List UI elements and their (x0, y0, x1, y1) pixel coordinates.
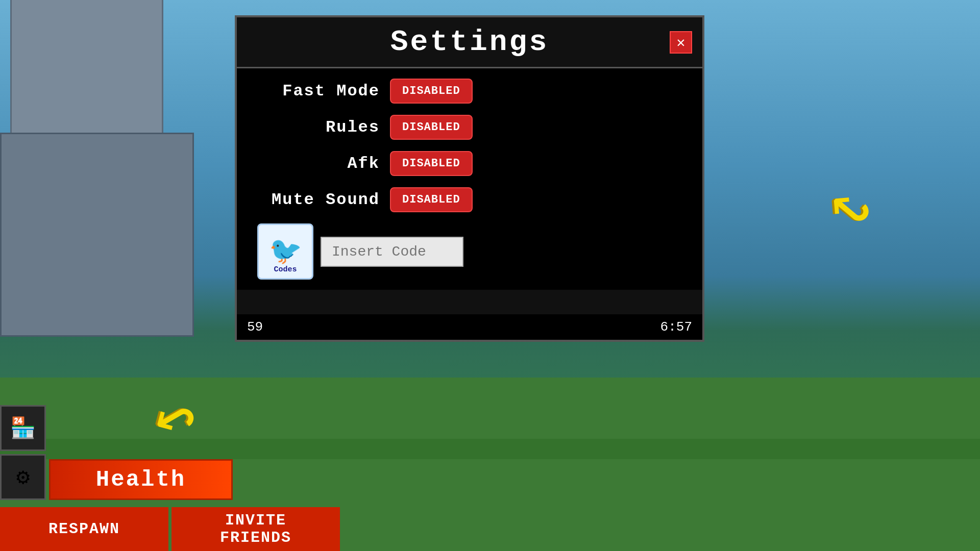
afk-label: Afk (257, 154, 380, 173)
gear-icon-box[interactable]: ⚙ (0, 454, 46, 500)
rules-label: Rules (257, 118, 380, 137)
fast-mode-label: Fast Mode (257, 82, 380, 101)
bottom-buttons: RESPAWN INVITE FRIENDS (0, 507, 340, 551)
mute-sound-row: Mute Sound DISABLED (257, 187, 682, 212)
invite-friends-button[interactable]: INVITE FRIENDS (172, 507, 340, 551)
mute-sound-toggle[interactable]: DISABLED (390, 187, 473, 212)
codes-area: 🐦 Codes (257, 223, 682, 280)
codes-text: Codes (259, 265, 312, 274)
gear-icon: ⚙ (16, 463, 30, 491)
modal-header: Settings ✕ (237, 17, 702, 68)
settings-modal: Settings ✕ Fast Mode DISABLED Rules DISA… (235, 15, 704, 342)
health-bar: Health (49, 459, 233, 500)
rules-toggle[interactable]: DISABLED (390, 115, 473, 140)
code-input[interactable] (321, 237, 463, 267)
stone-top (10, 0, 163, 143)
respawn-button[interactable]: RESPAWN (0, 507, 168, 551)
mute-sound-label: Mute Sound (257, 190, 380, 209)
twitter-bird-icon: 🐦 (269, 235, 302, 268)
time-display: 6:57 (660, 319, 692, 335)
fast-mode-row: Fast Mode DISABLED (257, 79, 682, 104)
modal-footer: 59 6:57 (237, 314, 702, 340)
shop-icon-box[interactable]: 🏪 (0, 405, 46, 451)
counter: 59 (247, 319, 263, 335)
hud-icon-list: 🏪 ⚙ (0, 405, 46, 500)
close-button[interactable]: ✕ (670, 31, 692, 54)
codes-icon-box[interactable]: 🐦 Codes (257, 223, 313, 280)
modal-body: Fast Mode DISABLED Rules DISABLED Afk DI… (237, 68, 702, 290)
afk-toggle[interactable]: DISABLED (390, 151, 473, 176)
stone-base (0, 133, 194, 337)
health-label: Health (96, 467, 186, 492)
ground-shadow (0, 439, 980, 459)
rules-row: Rules DISABLED (257, 115, 682, 140)
fast-mode-toggle[interactable]: DISABLED (390, 79, 473, 104)
modal-title: Settings (390, 26, 549, 59)
shop-icon: 🏪 (10, 416, 36, 441)
afk-row: Afk DISABLED (257, 151, 682, 176)
stone-structure (0, 0, 225, 337)
